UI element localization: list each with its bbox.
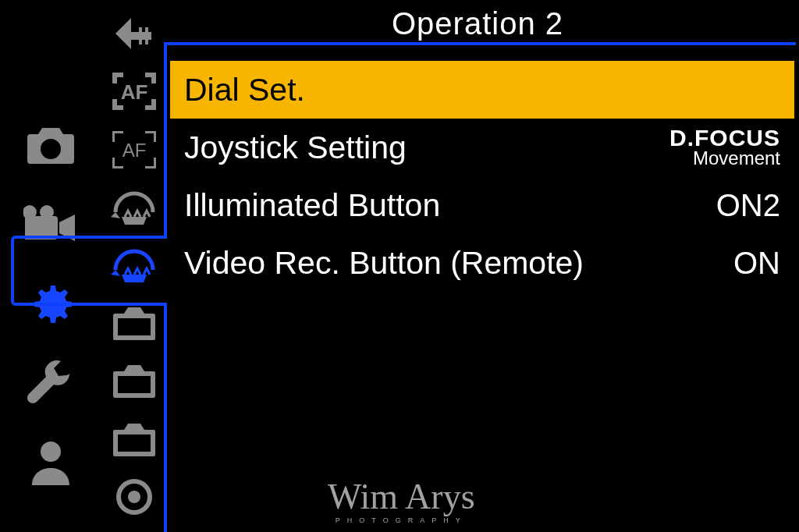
menu-item-illuminated-button[interactable]: Illuminated Button ON2: [170, 176, 794, 234]
secondary-tab-monitor1[interactable]: [101, 297, 167, 349]
person-icon: [29, 440, 73, 487]
menu-item-dial-set[interactable]: Dial Set.: [170, 61, 794, 119]
primary-tab-setup[interactable]: [0, 356, 101, 412]
wrench-icon: [27, 360, 75, 408]
primary-tab-rec[interactable]: [0, 117, 101, 173]
secondary-tab-monitor2[interactable]: [101, 355, 167, 406]
menu-item-value: D.FOCUS Movement: [669, 127, 780, 167]
camera-outline-icon: [112, 304, 157, 342]
watermark: Wim Arys PHOTOGRAPHY: [328, 486, 475, 523]
secondary-tab-lens[interactable]: [101, 471, 167, 523]
dial-arc-icon: [109, 186, 159, 229]
back-arrow-icon: [112, 15, 156, 52]
page-title: Operation 2: [167, 6, 788, 45]
menu-item-label: Joystick Setting: [184, 129, 407, 166]
primary-tab-mymenu[interactable]: [0, 435, 101, 491]
menu-item-value: ON2: [716, 190, 780, 221]
svg-text:AF: AF: [121, 80, 148, 104]
secondary-tab-column: AF AF: [101, 8, 167, 523]
menu-item-value: ON: [733, 247, 780, 278]
secondary-tab-back[interactable]: [101, 8, 167, 59]
af-corners-bold-icon: AF: [111, 71, 158, 112]
svg-text:AF: AF: [123, 140, 147, 161]
camera-menu-screen: AF AF Operation 2 Dial Set.: [0, 0, 799, 532]
gear-icon: [27, 280, 75, 328]
secondary-tab-monitor3[interactable]: [101, 413, 167, 465]
lens-circle-icon: [115, 477, 154, 516]
secondary-tab-operation1[interactable]: [101, 182, 167, 233]
menu-item-joystick-setting[interactable]: Joystick Setting D.FOCUS Movement: [170, 119, 794, 176]
camera-icon: [26, 125, 76, 165]
dial-arc-icon: [109, 243, 159, 287]
menu-item-video-rec-button-remote[interactable]: Video Rec. Button (Remote) ON: [170, 234, 794, 292]
af-corners-thin-icon: AF: [111, 129, 158, 170]
header-divider: [164, 42, 796, 45]
svg-point-3: [128, 491, 140, 503]
menu-item-label: Dial Set.: [184, 72, 305, 108]
primary-tab-column: [0, 0, 101, 532]
primary-tab-video[interactable]: [0, 197, 101, 253]
camera-outline-icon: [112, 362, 157, 399]
menu-item-label: Video Rec. Button (Remote): [184, 245, 584, 282]
primary-tab-custom[interactable]: [0, 276, 101, 332]
camera-outline-icon: [112, 420, 157, 458]
menu-list: Dial Set. Joystick Setting D.FOCUS Movem…: [170, 61, 794, 292]
secondary-tab-af2[interactable]: AF: [101, 123, 167, 175]
menu-item-label: Illuminated Button: [184, 187, 440, 224]
video-icon: [23, 205, 78, 244]
secondary-tab-operation2[interactable]: [101, 239, 167, 291]
secondary-tab-af1[interactable]: AF: [101, 66, 167, 117]
